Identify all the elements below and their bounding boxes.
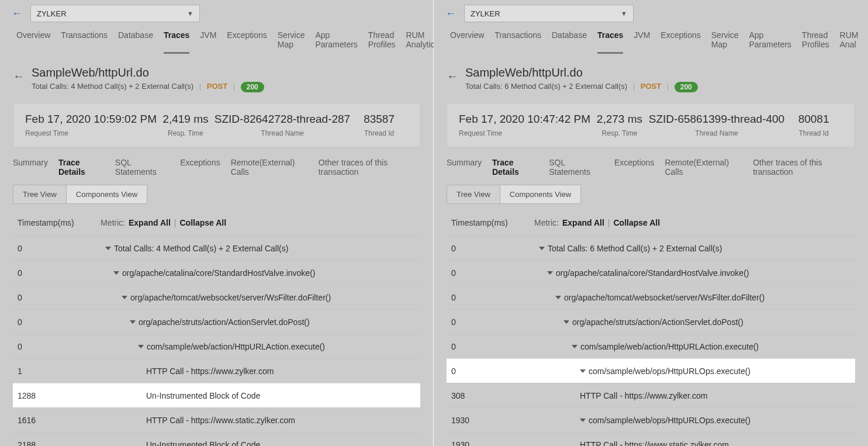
trace-row[interactable]: 0org/apache/struts/action/ActionServlet.… bbox=[447, 309, 855, 334]
trace-row[interactable]: 0com/sample/web/ops/HttpURLOps.execute() bbox=[447, 358, 855, 383]
trace-back-icon[interactable]: ← bbox=[447, 70, 458, 83]
expand-arrow-icon[interactable] bbox=[130, 320, 136, 324]
trace-row[interactable]: 308HTTP Call - https://www.zylker.com bbox=[447, 383, 855, 407]
expand-all[interactable]: Expand All bbox=[129, 218, 171, 227]
expand-arrow-icon[interactable] bbox=[547, 271, 553, 275]
subtab-sql-statements[interactable]: SQL Statements bbox=[549, 158, 604, 177]
trace-row[interactable]: 2188Un-Instrumented Block of Code bbox=[13, 432, 420, 446]
row-timestamp: 0 bbox=[18, 293, 105, 302]
tab-service-map[interactable]: Service Map bbox=[278, 30, 305, 54]
metric-value: 2,273 ms bbox=[590, 113, 649, 126]
expand-all[interactable]: Expand All bbox=[562, 218, 604, 227]
app-dropdown[interactable]: ZYLKER ▼ bbox=[30, 5, 200, 22]
trace-row[interactable]: 0org/apache/catalina/core/StandardHostVa… bbox=[13, 260, 420, 285]
row-text: HTTP Call - https://www.static.zylker.co… bbox=[146, 416, 295, 425]
expand-arrow-icon[interactable] bbox=[572, 345, 577, 348]
app-dropdown[interactable]: ZYLKER ▼ bbox=[464, 5, 634, 22]
metric-value: 80081 bbox=[784, 113, 843, 126]
tab-service-map[interactable]: Service Map bbox=[711, 30, 739, 54]
metric-value: SZID-82642728-thread-287 bbox=[215, 113, 350, 126]
row-timestamp: 1 bbox=[18, 367, 105, 376]
trace-row[interactable]: 1HTTP Call - https://www.zylker.com bbox=[13, 358, 420, 383]
trace-row[interactable]: 0org/apache/struts/action/ActionServlet.… bbox=[13, 309, 420, 334]
trace-title: SampleWeb/httpUrl.do bbox=[32, 66, 264, 79]
expand-arrow-icon[interactable] bbox=[105, 247, 111, 250]
caret-down-icon: ▼ bbox=[621, 10, 627, 17]
trace-row[interactable]: 0Total Calls: 6 Method Call(s) + 2 Exter… bbox=[447, 236, 855, 260]
trace-row[interactable]: 1930com/sample/web/ops/HttpURLOps.execut… bbox=[447, 407, 855, 432]
http-method: POST bbox=[207, 82, 227, 91]
expand-arrow-icon[interactable] bbox=[563, 320, 569, 324]
tab-exceptions[interactable]: Exceptions bbox=[227, 30, 267, 54]
tab-rum-anal[interactable]: RUM Anal bbox=[840, 30, 859, 54]
trace-row[interactable]: 1288Un-Instrumented Block of Code bbox=[13, 383, 420, 407]
subtab-summary[interactable]: Summary bbox=[13, 158, 48, 177]
tab-overview[interactable]: Overview bbox=[450, 30, 484, 54]
trace-subtitle: Total Calls: 6 Method Call(s) + 2 Extern… bbox=[465, 82, 698, 92]
tab-overview[interactable]: Overview bbox=[16, 30, 50, 54]
tab-database[interactable]: Database bbox=[552, 30, 587, 54]
row-text: HTTP Call - https://www.static.zylker.co… bbox=[580, 440, 729, 447]
expand-arrow-icon[interactable] bbox=[580, 419, 586, 422]
tab-jvm[interactable]: JVM bbox=[634, 30, 650, 54]
row-timestamp: 0 bbox=[451, 342, 539, 351]
expand-arrow-icon[interactable] bbox=[539, 247, 545, 250]
tab-rum-analytic[interactable]: RUM Analytic bbox=[406, 30, 435, 54]
tab-transactions[interactable]: Transactions bbox=[494, 30, 541, 54]
trace-row[interactable]: 0com/sample/web/action/HttpURLAction.exe… bbox=[13, 334, 420, 358]
tab-thread-profiles[interactable]: Thread Profiles bbox=[802, 30, 829, 54]
tab-traces[interactable]: Traces bbox=[597, 30, 623, 54]
expand-arrow-icon[interactable] bbox=[555, 296, 561, 299]
trace-back-icon[interactable]: ← bbox=[13, 70, 25, 83]
view-components-view[interactable]: Components View bbox=[500, 185, 580, 203]
subtab-exceptions[interactable]: Exceptions bbox=[614, 158, 654, 177]
trace-row[interactable]: 0com/sample/web/action/HttpURLAction.exe… bbox=[447, 334, 855, 358]
metrics-bar: Feb 17, 2020 10:47:42 PM Request Time2,2… bbox=[447, 103, 855, 147]
back-icon[interactable]: ← bbox=[445, 8, 456, 20]
subtab-sql-statements[interactable]: SQL Statements bbox=[115, 158, 170, 177]
trace-row[interactable]: 1616HTTP Call - https://www.static.zylke… bbox=[13, 407, 420, 432]
subtab-remote-external-calls[interactable]: Remote(External) Calls bbox=[665, 158, 742, 177]
row-timestamp: 308 bbox=[451, 391, 539, 400]
view-tree-view[interactable]: Tree View bbox=[13, 185, 66, 203]
subtab-trace-details[interactable]: Trace Details bbox=[58, 158, 105, 177]
row-text: Total Calls: 4 Method Call(s) + 2 Extern… bbox=[114, 244, 288, 253]
expand-arrow-icon[interactable] bbox=[138, 345, 144, 348]
trace-row[interactable]: 0org/apache/tomcat/websocket/server/WsFi… bbox=[13, 285, 420, 309]
trace-row[interactable]: 1930HTTP Call - https://www.static.zylke… bbox=[447, 432, 855, 446]
metric-label: Request Time bbox=[459, 129, 590, 137]
metric-label: Thread Id bbox=[350, 129, 408, 137]
view-toggle: Tree ViewComponents View bbox=[13, 185, 147, 204]
subtab-exceptions[interactable]: Exceptions bbox=[180, 158, 220, 177]
trace-row[interactable]: 0org/apache/tomcat/websocket/server/WsFi… bbox=[447, 285, 855, 309]
tab-thread-profiles[interactable]: Thread Profiles bbox=[368, 30, 396, 54]
subtab-remote-external-calls[interactable]: Remote(External) Calls bbox=[231, 158, 308, 177]
tab-traces[interactable]: Traces bbox=[164, 30, 189, 54]
collapse-all[interactable]: Collapse All bbox=[613, 218, 660, 227]
back-icon[interactable]: ← bbox=[12, 8, 22, 20]
subtab-trace-details[interactable]: Trace Details bbox=[492, 158, 538, 177]
row-text: org/apache/tomcat/websocket/server/WsFil… bbox=[130, 293, 331, 302]
subtab-other-traces-of-this-transaction[interactable]: Other traces of this transaction bbox=[753, 158, 855, 177]
tab-app-parameters[interactable]: App Parameters bbox=[749, 30, 791, 54]
collapse-all[interactable]: Collapse All bbox=[179, 218, 226, 227]
trace-row[interactable]: 0org/apache/catalina/core/StandardHostVa… bbox=[447, 260, 855, 285]
row-text: Un-Instrumented Block of Code bbox=[146, 440, 260, 447]
subtab-other-traces-of-this-transaction[interactable]: Other traces of this transaction bbox=[319, 158, 420, 177]
tab-jvm[interactable]: JVM bbox=[200, 30, 216, 54]
expand-arrow-icon[interactable] bbox=[113, 271, 119, 275]
view-tree-view[interactable]: Tree View bbox=[447, 185, 500, 203]
row-timestamp: 0 bbox=[18, 268, 105, 278]
row-text: com/sample/web/ops/HttpURLOps.execute() bbox=[589, 367, 751, 376]
view-components-view[interactable]: Components View bbox=[66, 185, 147, 203]
tab-database[interactable]: Database bbox=[118, 30, 153, 54]
row-timestamp: 0 bbox=[451, 293, 539, 302]
tab-app-parameters[interactable]: App Parameters bbox=[315, 30, 357, 54]
tab-exceptions[interactable]: Exceptions bbox=[660, 30, 700, 54]
subtab-summary[interactable]: Summary bbox=[447, 158, 482, 177]
tab-transactions[interactable]: Transactions bbox=[61, 30, 108, 54]
row-timestamp: 0 bbox=[451, 317, 539, 327]
expand-arrow-icon[interactable] bbox=[122, 296, 127, 299]
trace-row[interactable]: 0Total Calls: 4 Method Call(s) + 2 Exter… bbox=[13, 236, 420, 260]
expand-arrow-icon[interactable] bbox=[580, 369, 586, 373]
